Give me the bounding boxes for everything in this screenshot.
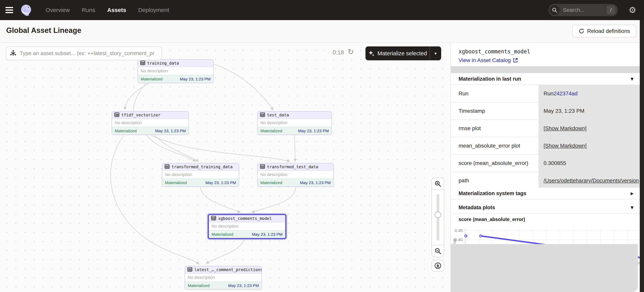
asset-subset-filter-input[interactable]: Type an asset subset... (ex: ++latest_st… (6, 46, 162, 60)
materialization-timestamp: May 23, 1:23 PM (228, 283, 259, 288)
hamburger-menu-icon[interactable] (6, 7, 13, 13)
caret-down-icon: ▼ (631, 205, 634, 210)
metadata-link[interactable]: [Show Markdown] (544, 143, 587, 149)
refresh-icon[interactable]: ↻ (348, 48, 354, 56)
caret-right-icon: ▶ (631, 191, 634, 196)
search-shortcut-badge: / (607, 6, 615, 14)
status-badge: Materialized (165, 180, 187, 185)
materialize-dropdown-caret[interactable]: ▾ (430, 51, 441, 56)
refresh-timer: 0:18 (332, 49, 344, 56)
asset-node-test_data[interactable]: test_dataNo descriptionMaterializedMay 2… (257, 111, 332, 135)
asset-node-name: training_data (147, 61, 179, 66)
edge-training_data-to-test_data (214, 64, 273, 110)
metadata-link[interactable]: [Show Markdown] (544, 125, 587, 132)
metadata-label: path (451, 172, 537, 189)
table-icon (164, 164, 170, 170)
external-link-icon (513, 58, 518, 63)
score-chart: 1:20:36 p.m.1:20:48 p.m.1:21:00 p.m.1:21… (451, 225, 640, 292)
asset-node-transformed_test_data[interactable]: transformed_test_dataNo descriptionMater… (257, 163, 334, 187)
metadata-value[interactable]: /Users/odetteharary/Documents/version (538, 172, 640, 189)
asset-node-name: transformed_training_data (172, 165, 232, 169)
asset-node-status-row: MaterializedMay 23, 1:23 PM (209, 230, 285, 238)
metadata-plot-title: score (mean_absolute_error) (458, 217, 525, 222)
vertical-scrollbar[interactable] (640, 20, 644, 292)
edge-transformed_training_data-to-xgboost_comments_model (200, 187, 240, 212)
download-view-button[interactable] (432, 260, 444, 271)
asset-node-tfidf_vectorizer[interactable]: tfidf_vectorizerNo descriptionMaterializ… (112, 111, 189, 135)
zoom-out-button[interactable] (432, 245, 444, 257)
data-point (480, 235, 482, 237)
metadata-row-score-mean-absolute-error-: score (mean_absolute_error)0.300855 (451, 155, 640, 172)
metadata-value: May 23, 1:23 PM (538, 103, 640, 120)
asset-node-name: transformed_test_data (267, 165, 318, 169)
caret-down-icon: ▼ (631, 77, 634, 81)
table-icon (187, 267, 192, 273)
dagster-logo-icon[interactable] (20, 4, 32, 16)
edge-transformed_test_data-to-xgboost_comments_model (252, 187, 296, 212)
table-icon (114, 112, 119, 118)
status-badge: Materialized (140, 77, 162, 81)
asset-node-training_data[interactable]: training_dataNo descriptionMaterializedM… (138, 59, 214, 83)
materialization-timestamp: May 23, 1:23 PM (205, 180, 236, 185)
section-materialization-last-run[interactable]: Materialization in last run ▼ (451, 73, 640, 85)
asset-node-latest_…_comment_predictions[interactable]: latest_…_comment_predictionsNo descripti… (185, 266, 262, 290)
asset-node-description: No description (162, 171, 239, 178)
dagster-app: OverviewRunsAssetsDeployment Search... /… (0, 0, 644, 292)
status-badge: Materialized (188, 283, 210, 288)
reload-definitions-button[interactable]: Reload definitions (572, 25, 636, 38)
section-materialization-system-tags[interactable]: Materialization system tags ▶ (451, 188, 640, 200)
y-tick-label: 0.45 (454, 228, 463, 233)
table-icon (211, 216, 216, 222)
metadata-row-mean-absolute-error-plot: mean_absolute_error plot[Show Markdown] (451, 137, 640, 155)
asset-node-xgboost_comments_model[interactable]: xgboost_comments_modelNo descriptionMate… (208, 214, 286, 239)
run-id-link[interactable]: 242374ad (554, 91, 578, 97)
page-title: Global Asset Lineage (6, 26, 81, 35)
metadata-label: score (mean_absolute_error) (451, 155, 537, 172)
filter-placeholder: Type an asset subset... (ex: ++latest_st… (20, 50, 154, 57)
asset-node-status-row: MaterializedMay 23, 1:23 PM (162, 178, 239, 186)
materialization-timestamp: May 23, 1:23 PM (180, 77, 210, 81)
materialization-timestamp: May 23, 1:23 PM (252, 232, 282, 237)
nav-item-assets[interactable]: Assets (107, 7, 126, 13)
zoom-slider-handle[interactable] (434, 211, 441, 218)
asset-node-name: latest_…_comment_predictions (194, 267, 262, 272)
zoom-in-button[interactable] (432, 178, 444, 189)
table-icon (260, 164, 265, 170)
nav-item-overview[interactable]: Overview (46, 7, 70, 13)
metadata-value[interactable]: [Show Markdown] (538, 137, 640, 154)
search-input[interactable]: Search... / (548, 4, 618, 16)
metadata-value[interactable]: [Show Markdown] (538, 120, 640, 137)
gear-icon[interactable]: ⚙ (629, 6, 636, 14)
asset-node-header: xgboost_comments_model (209, 215, 285, 222)
asset-node-status-row: MaterializedMay 23, 1:23 PM (258, 178, 334, 186)
page-header: Global Asset Lineage Reload definitions (0, 20, 644, 43)
status-badge: Materialized (212, 232, 233, 237)
panel-divider-bar (451, 66, 640, 74)
table-icon (140, 60, 145, 66)
asset-node-header: training_data (138, 60, 213, 67)
chart-background-card (451, 244, 638, 292)
asset-node-name: test_data (267, 113, 289, 117)
asset-node-header: test_data (258, 112, 332, 119)
metadata-row-timestamp: TimestampMay 23, 1:23 PM (451, 103, 640, 120)
asset-node-status-row: MaterializedMay 23, 1:23 PM (185, 281, 262, 289)
metadata-row-run: RunRun 242374ad (451, 85, 640, 103)
metadata-label: mean_absolute_error plot (451, 137, 537, 154)
asset-node-description: No description (112, 119, 188, 127)
nav-item-deployment[interactable]: Deployment (138, 7, 169, 13)
materialization-timestamp: May 23, 1:23 PM (155, 129, 186, 133)
table-icon (260, 112, 265, 118)
asset-lineage-graph[interactable]: training_dataNo descriptionMaterializedM… (0, 43, 450, 292)
metadata-link[interactable]: /Users/odetteharary/Documents/version (544, 177, 639, 184)
materialize-selected-button[interactable]: Materialize selected ▾ (366, 46, 441, 60)
section-metadata-plots[interactable]: Metadata plots ▼ (451, 202, 640, 214)
nav-item-runs[interactable]: Runs (82, 7, 95, 13)
refresh-icon (578, 28, 584, 34)
view-in-asset-catalog-link[interactable]: View in Asset Catalog (458, 57, 518, 63)
asset-node-description: No description (209, 222, 285, 230)
status-badge: Materialized (115, 129, 136, 133)
zoom-controls (432, 177, 444, 257)
metadata-value[interactable]: Run 242374ad (538, 85, 640, 102)
asset-node-transformed_training_data[interactable]: transformed_training_dataNo descriptionM… (162, 163, 239, 187)
asset-details-panel: xgboost_comments_model View in Asset Cat… (450, 43, 640, 292)
